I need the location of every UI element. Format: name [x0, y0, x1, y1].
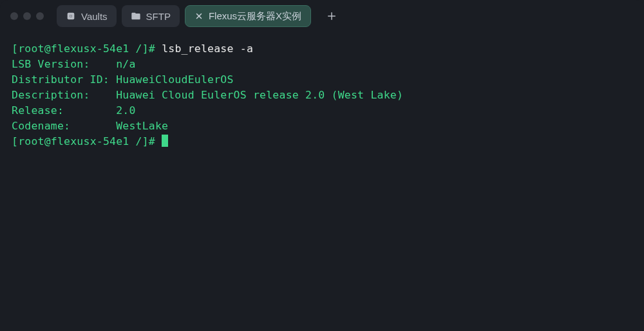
window-controls — [10, 12, 44, 20]
tab-label: Flexus云服务器X实例 — [209, 10, 301, 23]
vaults-icon — [66, 11, 76, 21]
titlebar: Vaults SFTP Flexus云服务器X实例 — [0, 0, 644, 32]
tab-sftp[interactable]: SFTP — [122, 5, 180, 27]
tab-flexus-server[interactable]: Flexus云服务器X实例 — [185, 5, 311, 27]
output-line: Codename: WestLake — [12, 118, 632, 134]
cursor — [162, 135, 168, 147]
prompt-line: [root@flexusx-54e1 /]# — [12, 134, 632, 149]
command-text: lsb_release -a — [162, 43, 253, 55]
folder-icon — [131, 11, 141, 21]
output-line: Distributor ID: HuaweiCloudEulerOS — [12, 72, 632, 88]
close-window-button[interactable] — [10, 12, 18, 20]
maximize-window-button[interactable] — [36, 12, 44, 20]
tab-vaults[interactable]: Vaults — [57, 5, 117, 27]
svg-point-2 — [70, 15, 71, 17]
prompt-line: [root@flexusx-54e1 /]# lsb_release -a — [12, 41, 632, 57]
close-icon[interactable] — [194, 12, 204, 21]
output-line: LSB Version: n/a — [12, 57, 632, 72]
terminal-output[interactable]: [root@flexusx-54e1 /]# lsb_release -a LS… — [0, 32, 644, 158]
new-tab-button[interactable] — [323, 7, 341, 25]
tab-label: SFTP — [146, 11, 171, 22]
tab-label: Vaults — [81, 11, 108, 22]
output-line: Description: Huawei Cloud EulerOS releas… — [12, 88, 632, 103]
output-line: Release: 2.0 — [12, 103, 632, 118]
minimize-window-button[interactable] — [23, 12, 31, 20]
